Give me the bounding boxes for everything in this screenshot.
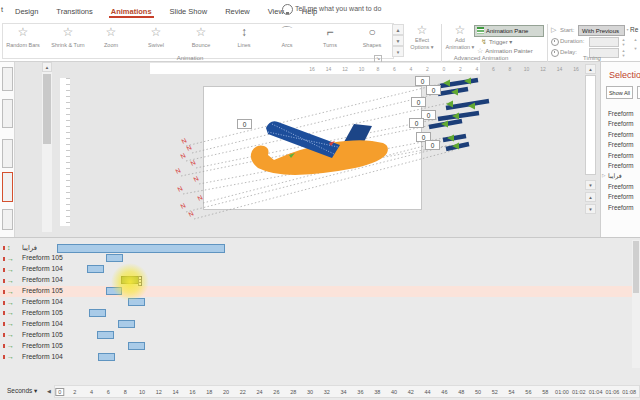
anim-timing-bar[interactable]: [57, 244, 225, 253]
gallery-more-button[interactable]: ▾: [392, 46, 404, 57]
slide-scroll-up-icon[interactable]: ▲: [585, 64, 596, 74]
move-later-button[interactable]: ▼: [632, 46, 639, 51]
time-tick-label: 30: [307, 389, 313, 395]
animation-pane-button[interactable]: Animation Pane: [474, 25, 544, 37]
motion-path-effect-icon: →: [7, 309, 14, 317]
effect-shapes[interactable]: ○Shapes: [351, 25, 393, 58]
motion-path-effect-icon: →: [7, 277, 14, 285]
anim-timing-bar[interactable]: [89, 309, 106, 317]
effect-turns[interactable]: ⌐Turns: [309, 25, 351, 58]
selection-item[interactable]: Freeform: [608, 183, 634, 190]
add-animation-icon: ☆: [443, 24, 477, 37]
anim-row[interactable]: →Freeform 104: [0, 318, 632, 329]
animation-order-badge[interactable]: 0: [426, 85, 441, 95]
anim-row[interactable]: →Freeform 105: [0, 307, 632, 318]
effect-options-button[interactable]: ☆ Effect Options ▾: [405, 24, 439, 50]
previous-slide-button[interactable]: ▲: [585, 192, 596, 202]
time-tick-label: 28: [290, 389, 296, 395]
effect-shrink-turn[interactable]: ☆Shrink & Turn: [47, 25, 89, 58]
add-animation-button[interactable]: ☆ Add Animation ▾: [443, 24, 477, 50]
animation-order-badge[interactable]: 0: [409, 118, 424, 128]
seconds-bar: Seconds ▾ ◀ 0246810121416182022242628303…: [0, 384, 640, 399]
anim-row[interactable]: →Freeform 104: [0, 351, 632, 362]
animation-order-badge[interactable]: 0: [237, 119, 252, 129]
effect-random-bars[interactable]: ☆Random Bars: [2, 25, 44, 58]
motion-path-effect-icon: →: [7, 299, 14, 307]
animation-painter-button[interactable]: ☆Animation Painter: [477, 47, 533, 55]
time-tick-label: 44: [425, 389, 431, 395]
tab-slide-show[interactable]: Slide Show: [161, 2, 217, 19]
duration-spinner[interactable]: ▲▼: [620, 37, 627, 47]
tab-design[interactable]: Design: [6, 2, 47, 19]
move-earlier-button[interactable]: ▲: [632, 37, 639, 42]
start-dropdown[interactable]: With Previous: [578, 25, 625, 36]
anim-row[interactable]: ↕فرايبا: [0, 242, 632, 253]
selection-item[interactable]: Freeform: [608, 162, 634, 169]
anim-timing-bar[interactable]: [87, 265, 104, 273]
gallery-scroll-down-button[interactable]: ▼: [392, 35, 404, 46]
selection-item[interactable]: Freeform: [608, 120, 634, 127]
timeline-scroll-left-icon[interactable]: ◀: [47, 388, 51, 394]
tab-animations[interactable]: Animations: [102, 2, 161, 19]
effect-lines[interactable]: ↕Lines: [223, 25, 265, 58]
time-tick-label: 01:06: [606, 389, 620, 395]
anim-row[interactable]: →Freeform 105: [0, 253, 632, 264]
selection-item[interactable]: Freeform: [608, 152, 634, 159]
anim-row[interactable]: →Freeform 104: [0, 264, 632, 275]
anim-row[interactable]: →Freeform 105: [0, 286, 632, 297]
tell-me-search[interactable]: Tell me what you want to do: [295, 5, 381, 12]
anim-timing-bar[interactable]: [98, 353, 115, 361]
duration-input[interactable]: [589, 37, 619, 47]
seconds-dropdown[interactable]: Seconds ▾: [7, 387, 37, 395]
animation-order-badge[interactable]: 0: [425, 140, 440, 150]
anim-timing-bar[interactable]: [128, 342, 145, 350]
anim-row-label: Freeform 105: [22, 331, 63, 338]
timeline-scale[interactable]: 0246810121416182022242628303234363840424…: [54, 385, 640, 398]
anim-row[interactable]: →Freeform 105: [0, 329, 632, 340]
time-tick-label: 01:08: [622, 389, 636, 395]
anim-row[interactable]: →Freeform 104: [0, 297, 632, 308]
tab-insert-partial[interactable]: t: [1, 5, 3, 14]
delay-spinner[interactable]: ▲▼: [620, 48, 627, 58]
time-tick-label: 48: [458, 389, 464, 395]
show-all-button[interactable]: Show All: [606, 86, 633, 99]
slide-scroll-down-icon[interactable]: ▼: [585, 180, 596, 190]
effect-swivel[interactable]: ☆Swivel: [135, 25, 177, 58]
selection-pane-title: Selection: [609, 70, 640, 80]
selection-item[interactable]: Freeform: [608, 110, 634, 117]
effect-zoom[interactable]: ☆Zoom: [90, 25, 132, 58]
effect-bounce[interactable]: ☆Bounce: [180, 25, 222, 58]
duration-label: Duration:: [560, 38, 584, 44]
anim-timing-bar[interactable]: [97, 331, 114, 339]
anim-timing-bar[interactable]: [106, 254, 123, 262]
effect-arcs[interactable]: ⌒Arcs: [266, 25, 308, 58]
tab-review[interactable]: Review: [216, 2, 259, 19]
trigger-button[interactable]: ↯Trigger ▾: [481, 38, 512, 46]
gallery-scroll-up-button[interactable]: ▲: [392, 24, 404, 35]
anim-timing-bar[interactable]: [118, 320, 135, 328]
motion-path-effect-icon: →: [7, 255, 14, 263]
animation-order-badge[interactable]: 0: [411, 97, 426, 107]
selection-item[interactable]: Freeform: [608, 193, 634, 200]
selection-item[interactable]: Freeform: [608, 204, 634, 211]
tab-strip: DesignTransitionsAnimationsSlide ShowRev…: [6, 0, 326, 19]
time-tick-label: 32: [324, 389, 330, 395]
tab-transitions[interactable]: Transitions: [47, 2, 101, 19]
svg-text:N: N: [179, 151, 187, 160]
slide-drawing-overlay: N N N N N N N N N N: [0, 62, 640, 237]
anim-row[interactable]: →Freeform 105: [0, 340, 632, 351]
selection-item[interactable]: Freeform: [608, 131, 634, 138]
lightbulb-icon: [282, 4, 293, 15]
group-timing: Timing: [583, 55, 601, 61]
animation-pane-scroll-thumb[interactable]: [633, 241, 639, 293]
anim-row[interactable]: →Freeform 104: [0, 275, 632, 286]
expand-icon[interactable]: ▷: [602, 173, 605, 178]
selection-item[interactable]: فرايبا: [608, 172, 622, 179]
time-tick-label: 01:00: [555, 389, 569, 395]
updown-effect-icon: ↕: [7, 244, 11, 252]
selection-item[interactable]: Freeform: [608, 141, 634, 148]
airplane-drawing: [251, 121, 388, 175]
time-tick-label: 14: [173, 389, 179, 395]
slide-scrollbar-thumb[interactable]: [585, 75, 596, 175]
next-slide-button[interactable]: ▼: [585, 204, 596, 214]
